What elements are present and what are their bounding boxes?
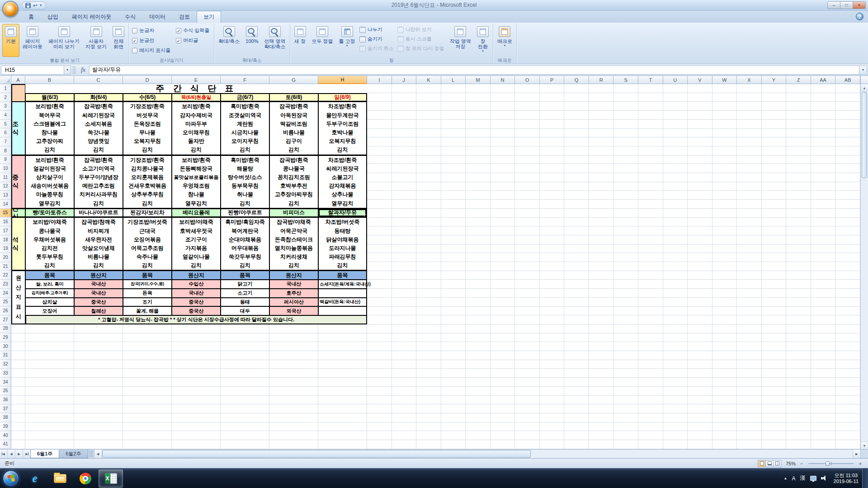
origin-header-5[interactable]: 품목: [221, 271, 269, 280]
cell-snack-day1[interactable]: 빵/토마토쥬스: [25, 209, 74, 218]
origin-cell-r2c6[interactable]: 호주산: [269, 289, 318, 298]
checkbox-show-hide-0[interactable]: 눈금자: [132, 27, 170, 34]
ime-hanja-indicator[interactable]: 漢: [800, 474, 806, 482]
scroll-right-icon[interactable]: ▶: [853, 450, 860, 458]
row-header-2[interactable]: 2: [0, 93, 11, 102]
row-header-39[interactable]: 39: [0, 422, 11, 431]
cell-A1[interactable]: [11, 84, 25, 102]
row-header-34[interactable]: 34: [0, 378, 11, 387]
ribbon-tab-보기[interactable]: 보기: [197, 11, 221, 23]
row-header-16[interactable]: 16: [0, 217, 11, 226]
origin-cell-r3c4[interactable]: 중국산: [172, 298, 221, 307]
cell-breakfast-day5[interactable]: 흑미밥/흰죽조갯살미역국계란찜시금치나물오이지무침김치: [221, 102, 269, 155]
prev-sheet-button[interactable]: ◀: [8, 450, 15, 458]
origin-cell-r4c5[interactable]: 대두: [221, 306, 269, 315]
checkbox-show-hide-1[interactable]: ✓눈금선: [132, 37, 170, 44]
row-header-33[interactable]: 33: [0, 369, 11, 378]
checkbox-show-hide-3[interactable]: ✓수식 입력줄: [176, 27, 209, 34]
ribbon-button[interactable]: 100%: [243, 24, 261, 57]
ribbon-button[interactable]: 동시 스크롤: [397, 36, 444, 42]
column-header-J[interactable]: J: [392, 76, 417, 84]
column-header-S[interactable]: S: [613, 76, 638, 84]
network-icon[interactable]: [810, 476, 816, 481]
grid-body[interactable]: 주 간 식 단 표월(6/3)화(6/4)수(6/5)목(6/6)현충일금(6/…: [11, 84, 860, 449]
origin-header-2[interactable]: 원산지: [74, 271, 123, 280]
name-box-dropdown-icon[interactable]: ▾: [64, 66, 71, 75]
cell-snack-day5[interactable]: 찐빵/야쿠르트: [221, 209, 269, 218]
maximize-button[interactable]: □: [840, 1, 853, 9]
row-header-26[interactable]: 26: [0, 306, 11, 315]
column-header-W[interactable]: W: [712, 76, 737, 84]
column-header-Y[interactable]: Y: [762, 76, 787, 84]
ribbon-button[interactable]: 새 창: [292, 24, 309, 57]
save-icon[interactable]: [25, 3, 31, 8]
row-header-28[interactable]: 28: [0, 324, 11, 333]
row-header-9[interactable]: 9: [0, 155, 11, 164]
row-header-3[interactable]: 3: [0, 102, 11, 111]
tab-split-handle[interactable]: [89, 451, 93, 457]
origin-header-6[interactable]: 원산지: [269, 271, 318, 280]
row-header-18[interactable]: 18: [0, 235, 11, 244]
origin-cell-r1c5[interactable]: 닭고기: [221, 280, 269, 289]
first-sheet-button[interactable]: ◀: [0, 450, 8, 458]
cell-dinner-day6[interactable]: 잡곡밥/야채죽어묵곤약국돈족찹스테이크멸치마늘쫑볶음치커리생채김치: [269, 217, 318, 271]
origin-cell-r2c4[interactable]: 국내산: [172, 289, 221, 298]
scroll-left-icon[interactable]: ◀: [94, 450, 102, 458]
sheet-tab-6월2주[interactable]: 6월2주: [59, 450, 88, 458]
day-header-6[interactable]: 토(6/8): [269, 93, 318, 102]
column-header-Z[interactable]: Z: [786, 76, 811, 84]
zoom-level[interactable]: 75%: [784, 461, 796, 466]
zoom-out-button[interactable]: −: [798, 461, 805, 466]
view-break-button[interactable]: [773, 460, 781, 467]
row-header-4[interactable]: 4: [0, 111, 11, 120]
cell-dinner-day5[interactable]: 흑미밥/흑임자죽북어계란국순대야채볶음머우대볶음쑥갓두부무침김치: [221, 217, 269, 271]
row-header-37[interactable]: 37: [0, 404, 11, 413]
origin-cell-r2c3[interactable]: 돈육: [123, 289, 172, 298]
origin-cell-r3c5[interactable]: 동태: [221, 298, 269, 307]
origin-cell-r2c2[interactable]: 국내산: [74, 289, 123, 298]
ribbon-button[interactable]: 숨기기: [359, 36, 394, 42]
formula-expand-button[interactable]: ▾: [859, 66, 867, 75]
section-label-dinner[interactable]: 석식: [11, 217, 25, 271]
clock[interactable]: 오전 11:03 2019-06-11: [830, 473, 862, 484]
minimize-button[interactable]: –: [827, 1, 840, 9]
vertical-scrollbar[interactable]: ▲ ▼: [860, 84, 868, 449]
zoom-in-button[interactable]: +: [857, 461, 863, 466]
origin-cell-r1c7[interactable]: 소세지(돈육/계육:국내산): [318, 280, 367, 289]
scroll-up-icon[interactable]: ▲: [861, 84, 868, 92]
row-header-31[interactable]: 31: [0, 351, 11, 360]
cell-breakfast-day7[interactable]: 차조밥/흰죽물만두계란국두부구이조림호박나물오복지무침김치: [318, 102, 367, 155]
section-label-breakfast[interactable]: 조식: [11, 102, 25, 155]
cell-snack-day6[interactable]: 비피더스: [269, 209, 318, 218]
ribbon-button[interactable]: 틀 고정▾: [336, 24, 358, 57]
ribbon-button[interactable]: 매크로▾: [495, 24, 515, 57]
row-header-12[interactable]: 12: [0, 182, 11, 191]
origin-header-1[interactable]: 품목: [25, 271, 74, 280]
cell-breakfast-day4[interactable]: 보리밥/흰죽감자수제비국마파두부오이채무침돌자반김치: [172, 102, 221, 155]
origin-cell-r3c2[interactable]: 중국산: [74, 298, 123, 307]
cell-breakfast-day2[interactable]: 잡곡밥/흰죽씨레기된장국소세지볶음쑥갓나물양념깻잎김치: [74, 102, 123, 155]
cell-breakfast-day1[interactable]: 보리밥/흰죽북어무국스크램블에그참나물고추장아찌김치: [25, 102, 74, 155]
column-header-C[interactable]: C: [74, 76, 123, 84]
column-header-B[interactable]: B: [25, 76, 74, 84]
ribbon-button[interactable]: 창전환▾: [474, 24, 491, 57]
close-button[interactable]: ×: [853, 1, 866, 9]
ribbon-button[interactable]: 작업 영역저장: [447, 24, 474, 57]
row-header-32[interactable]: 32: [0, 360, 11, 369]
row-header-11[interactable]: 11: [0, 173, 11, 182]
day-header-1[interactable]: 월(6/3): [25, 93, 74, 102]
origin-cell-r1c2[interactable]: 국내산: [74, 280, 123, 289]
origin-cell-r3c7[interactable]: 떡갈비(돈육:국내산): [318, 298, 367, 307]
table-title[interactable]: 주 간 식 단 표: [25, 84, 367, 93]
origin-header-4[interactable]: 원산지: [172, 271, 221, 280]
cell-breakfast-day3[interactable]: 기장조밥/흰죽버섯무국돈육장조림무나물오복지무침김치: [123, 102, 172, 155]
cell-breakfast-day6[interactable]: 잡곡밥/흰죽아욱된장국떡갈비조림비름나물김구이김치: [269, 102, 318, 155]
day-header-4[interactable]: 목(6/6)현충일: [172, 93, 221, 102]
cell-lunch-day1[interactable]: 보리밥/흰죽얼갈이된장국삼치살구이새송이버섯볶음마늘쫑무침열무김치: [25, 155, 74, 209]
column-header-L[interactable]: L: [441, 76, 466, 84]
ribbon-button[interactable]: 나누기: [359, 26, 394, 33]
ime-language-indicator[interactable]: A: [792, 475, 796, 482]
cell-snack-day4[interactable]: 베리요플레: [172, 209, 221, 218]
origin-cell-r1c6[interactable]: 국내산: [269, 280, 318, 289]
origin-cell-r1c3[interactable]: 잡곡(귀리,수수,콩): [123, 280, 172, 289]
